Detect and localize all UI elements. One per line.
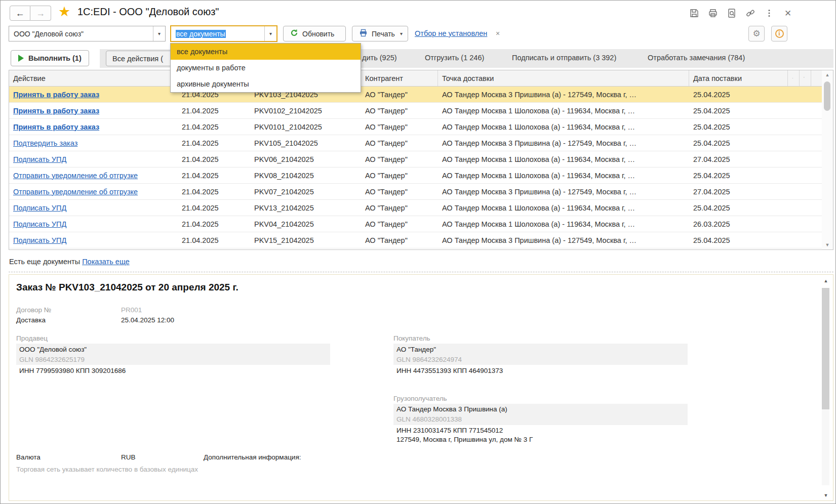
action-link-text[interactable]: Отправить уведомление об отгрузке (13, 188, 138, 196)
table-row[interactable]: Принять в работу заказ21.04.2025PKV103_2… (9, 87, 833, 103)
preview-scroll-up-icon[interactable]: ▲ (820, 277, 831, 285)
preview-scroll-down-icon[interactable]: ▼ (820, 491, 831, 499)
table-row[interactable]: Подписать УПД21.04.2025PKV15_21042025АО … (9, 232, 833, 248)
doc-date-cell: 21.04.2025 (178, 139, 250, 147)
action-link[interactable]: Подписать УПД (9, 236, 178, 244)
column-header-counterparty[interactable]: Контрагент (361, 70, 438, 86)
document-filter-combo[interactable]: все документы ▾ (170, 25, 277, 42)
action-link[interactable]: Отправить уведомление об отгрузке (9, 188, 178, 196)
preview-icon[interactable] (726, 7, 738, 19)
action-link[interactable]: Принять в работу заказ (9, 91, 178, 99)
show-more-link[interactable]: Показать еще (82, 258, 130, 266)
action-link[interactable]: Подтвердить заказ (9, 139, 178, 147)
back-button[interactable]: ← (10, 6, 30, 21)
action-link-text[interactable]: Подписать УПД (13, 204, 66, 212)
tab-3[interactable]: Отработать замечания (784) (648, 54, 745, 62)
tab-1[interactable]: Отгрузить (1 246) (425, 54, 484, 62)
dropdown-item[interactable]: архивные документы (171, 76, 361, 92)
settings-button[interactable]: ⚙ (748, 26, 765, 41)
table-row[interactable]: Отправить уведомление об отгрузке21.04.2… (9, 184, 833, 200)
table-row[interactable]: Принять в работу заказ21.04.2025PKV0102_… (9, 103, 833, 119)
currency-value: RUB (121, 453, 136, 461)
doc-number-cell: PKV07_21042025 (250, 188, 361, 196)
table-row[interactable]: Подтвердить заказ21.04.2025PKV105_210420… (9, 135, 833, 151)
refresh-button[interactable]: Обновить (283, 26, 346, 41)
print-dropdown-arrow-icon: ▾ (400, 31, 403, 36)
action-link-text[interactable]: Принять в работу заказ (13, 123, 99, 131)
delivery-point-cell: АО Тандер Москва 3 Пришвина (а) - 127549… (438, 139, 689, 147)
action-link[interactable]: Подписать УПД (9, 220, 178, 228)
table-row[interactable]: Подписать УПД21.04.2025PKV13_21042025АО … (9, 200, 833, 216)
action-link-text[interactable]: Подписать УПД (13, 236, 66, 244)
scroll-down-icon[interactable]: ▼ (822, 240, 833, 249)
preview-scrollbar-thumb[interactable] (822, 288, 829, 409)
info-button[interactable]: i (771, 26, 787, 41)
action-link[interactable]: Отправить уведомление об отгрузке (9, 172, 178, 180)
table-row[interactable]: Принять в работу заказ21.04.2025PKV0101_… (9, 119, 833, 135)
counterparty-cell: АО "Тандер" (361, 220, 438, 228)
action-link-text[interactable]: Подписать УПД (13, 220, 66, 228)
preview-scrollbar[interactable]: ▲ ▼ (820, 277, 831, 499)
consignee-inn: ИНН 2310031475 КПП 771545012 (396, 427, 503, 434)
scroll-up-icon[interactable]: ▲ (822, 70, 833, 79)
save-icon[interactable] (688, 7, 700, 19)
document-preview-panel: Заказ № PKV103_21042025 от 20 апреля 202… (9, 274, 833, 501)
link-icon[interactable] (744, 7, 757, 19)
doc-number-cell: PKV105_21042025 (250, 139, 361, 147)
nav-buttons: ← → (10, 6, 51, 21)
tab-0[interactable]: дить (925) (362, 54, 397, 62)
delivery-date-cell: 25.04.2025 (689, 123, 788, 131)
seller-inn: ИНН 7799593980 КПП 309201686 (19, 367, 126, 374)
action-link[interactable]: Принять в работу заказ (9, 123, 178, 131)
delivery-point-cell: АО Тандер Москва 3 Пришвина (а) - 127549… (438, 236, 689, 244)
doc-number-cell: PKV0102_21042025 (250, 107, 361, 115)
column-header-delivery-point[interactable]: Точка доставки (438, 70, 689, 86)
buyer-inn: ИНН 4473551393 КПП 464901373 (396, 367, 503, 374)
delivery-point-cell: АО Тандер Москва 3 Пришвина (а) - 127549… (438, 188, 689, 196)
table-scrollbar[interactable]: ▲ ▼ (822, 70, 833, 249)
action-link[interactable]: Подписать УПД (9, 155, 178, 163)
action-link-text[interactable]: Принять в работу заказ (13, 91, 99, 99)
action-link[interactable]: Подписать УПД (9, 204, 178, 212)
action-link-text[interactable]: Подтвердить заказ (13, 139, 77, 147)
delivery-date-cell: 25.04.2025 (689, 204, 788, 212)
action-link-text[interactable]: Подписать УПД (13, 155, 66, 163)
forward-button[interactable]: → (30, 6, 51, 21)
execute-button[interactable]: Выполнить (1) (11, 50, 89, 66)
all-actions-button[interactable]: Все действия ( (106, 51, 179, 66)
filter-status-link[interactable]: Отбор не установлен (415, 29, 487, 37)
forward-arrow-icon: → (36, 8, 45, 19)
tab-2[interactable]: Подписать и отправить (3 392) (512, 54, 616, 62)
dropdown-item[interactable]: все документы (171, 44, 361, 60)
table-row[interactable]: Отправить уведомление об отгрузке21.04.2… (9, 167, 833, 184)
action-link-text[interactable]: Отправить уведомление об отгрузке (13, 172, 138, 180)
table-row[interactable]: Подписать УПД21.04.2025PKV04_21042025АО … (9, 216, 833, 232)
column-header-action[interactable]: Действие (9, 70, 178, 86)
counterparty-cell: АО "Тандер" (361, 139, 438, 147)
action-link-text[interactable]: Принять в работу заказ (13, 107, 99, 115)
gear-icon: ⚙ (752, 28, 760, 39)
delivery-point-cell: АО Тандер Москва 3 Пришвина (а) - 127549… (438, 91, 689, 99)
print-icon[interactable] (707, 7, 719, 19)
organization-select[interactable]: ООО "Деловой союз" ▾ (9, 26, 166, 41)
delivery-date-cell: 25.04.2025 (689, 107, 788, 115)
currency-label: Валюта (16, 453, 41, 461)
doc-number-cell: PKV04_21042025 (250, 220, 361, 228)
column-header-flag-2[interactable]: ' (800, 70, 811, 86)
filter-clear-icon[interactable]: × (496, 29, 500, 37)
seller-name: ООО "Деловой союз" (19, 346, 87, 353)
column-header-flag-3[interactable] (811, 70, 822, 86)
more-menu-icon[interactable] (763, 7, 775, 19)
print-button[interactable]: Печать ▾ (352, 26, 408, 41)
dropdown-item[interactable]: документы в работе (171, 60, 361, 76)
column-header-flag-1[interactable]: · (788, 70, 800, 86)
table-scrollbar-thumb[interactable] (824, 81, 830, 111)
action-link[interactable]: Принять в работу заказ (9, 107, 178, 115)
document-filter-dropdown-arrow-icon[interactable]: ▾ (264, 26, 276, 41)
column-header-delivery-date[interactable]: Дата поставки (689, 70, 788, 86)
close-icon[interactable]: ✕ (782, 7, 794, 19)
favorite-star-icon[interactable]: ★ (58, 4, 70, 20)
retail-note: Торговая сеть указывает количество в баз… (16, 466, 198, 473)
organization-dropdown-arrow-icon[interactable]: ▾ (153, 26, 165, 41)
table-row[interactable]: Подписать УПД21.04.2025PKV06_21042025АО … (9, 151, 833, 167)
